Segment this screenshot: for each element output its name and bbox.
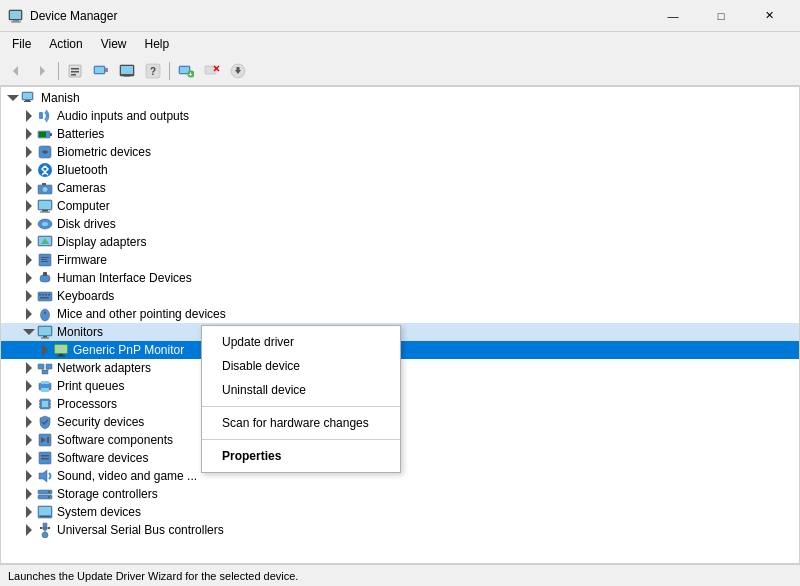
keyboard-icon — [37, 288, 53, 304]
expand-icon[interactable] — [21, 414, 37, 430]
svg-rect-127 — [40, 516, 50, 517]
expand-icon[interactable] — [37, 342, 53, 358]
svg-rect-101 — [42, 401, 48, 407]
expand-icon[interactable] — [21, 360, 37, 376]
tree-item-label: Manish — [41, 91, 80, 105]
expand-icon[interactable] — [21, 144, 37, 160]
minimize-button[interactable]: — — [650, 6, 696, 26]
tree-item-label: Network adapters — [57, 361, 151, 375]
tree-item-label: Software devices — [57, 451, 148, 465]
svg-point-55 — [42, 222, 48, 226]
tree-item[interactable]: Computer — [1, 197, 799, 215]
expand-icon[interactable] — [21, 252, 37, 268]
svg-rect-73 — [48, 294, 50, 296]
menu-action[interactable]: Action — [41, 35, 90, 53]
expand-icon[interactable] — [21, 522, 37, 538]
tree-item-label: Display adapters — [57, 235, 146, 249]
tree-item[interactable]: Batteries — [1, 125, 799, 143]
menu-file[interactable]: File — [4, 35, 39, 53]
svg-rect-126 — [39, 507, 51, 515]
svg-rect-37 — [50, 133, 52, 136]
tree-item[interactable]: Human Interface Devices — [1, 269, 799, 287]
camera-icon — [37, 180, 53, 196]
svg-marker-5 — [40, 66, 45, 76]
svg-marker-56 — [26, 236, 32, 248]
expand-icon[interactable] — [21, 432, 37, 448]
expand-icon[interactable] — [21, 216, 37, 232]
help-button[interactable]: ? — [141, 59, 165, 83]
close-button[interactable]: ✕ — [746, 6, 792, 26]
svg-rect-116 — [41, 458, 49, 460]
context-menu-item[interactable]: Disable device — [202, 354, 400, 378]
tree-item[interactable]: Firmware — [1, 251, 799, 269]
svg-rect-74 — [40, 297, 49, 299]
tree-item-label: Disk drives — [57, 217, 116, 231]
tree-item[interactable]: Universal Serial Bus controllers — [1, 521, 799, 539]
tree-item[interactable]: Mice and other pointing devices — [1, 305, 799, 323]
main-content: ManishAudio inputs and outputsBatteriesB… — [0, 86, 800, 564]
svg-marker-84 — [42, 344, 48, 356]
svg-rect-7 — [71, 68, 79, 70]
svg-rect-31 — [25, 100, 30, 101]
forward-button[interactable] — [30, 59, 54, 83]
svg-marker-53 — [26, 218, 32, 230]
tree-item[interactable]: Display adapters — [1, 233, 799, 251]
context-menu-item[interactable]: Scan for hardware changes — [202, 411, 400, 435]
tree-item[interactable]: Biometric devices — [1, 143, 799, 161]
tree-item[interactable]: Disk drives — [1, 215, 799, 233]
remove-device-button[interactable] — [200, 59, 224, 83]
svg-rect-8 — [71, 71, 79, 73]
context-menu-item[interactable]: Update driver — [202, 330, 400, 354]
menu-view[interactable]: View — [93, 35, 135, 53]
expand-icon[interactable] — [21, 108, 37, 124]
expand-icon[interactable] — [21, 126, 37, 142]
expand-icon[interactable] — [21, 306, 37, 322]
expand-icon[interactable] — [21, 288, 37, 304]
menu-bar: File Action View Help — [0, 32, 800, 56]
maximize-button[interactable]: □ — [698, 6, 744, 26]
svg-rect-81 — [39, 327, 51, 335]
expand-icon[interactable] — [21, 450, 37, 466]
svg-rect-47 — [42, 183, 46, 185]
context-menu-item[interactable]: Properties — [202, 444, 400, 468]
expand-icon[interactable] — [21, 180, 37, 196]
expand-icon[interactable] — [21, 162, 37, 178]
svg-marker-68 — [26, 290, 32, 302]
update-driver-toolbar-button[interactable] — [115, 59, 139, 83]
scan-hardware-button[interactable] — [89, 59, 113, 83]
tree-item[interactable]: Bluetooth — [1, 161, 799, 179]
tree-item[interactable]: Storage controllers — [1, 485, 799, 503]
expand-icon[interactable] — [21, 198, 37, 214]
svg-rect-64 — [41, 261, 48, 262]
download-button[interactable] — [226, 59, 250, 83]
svg-marker-48 — [26, 200, 32, 212]
expand-icon[interactable] — [21, 324, 37, 340]
properties-button[interactable] — [63, 59, 87, 83]
svg-rect-3 — [11, 21, 21, 22]
add-device-button[interactable]: + — [174, 59, 198, 83]
expand-icon[interactable] — [21, 504, 37, 520]
svg-rect-11 — [95, 67, 104, 73]
expand-icon[interactable] — [21, 468, 37, 484]
svg-point-123 — [48, 496, 50, 498]
context-menu-item[interactable]: Uninstall device — [202, 378, 400, 402]
expand-icon[interactable] — [21, 234, 37, 250]
tree-item[interactable]: Manish — [1, 89, 799, 107]
expand-icon[interactable] — [21, 486, 37, 502]
svg-rect-83 — [41, 338, 49, 339]
tree-item[interactable]: System devices — [1, 503, 799, 521]
expand-icon[interactable] — [5, 90, 21, 106]
menu-help[interactable]: Help — [137, 35, 178, 53]
svg-marker-75 — [26, 308, 32, 320]
tree-item[interactable]: Audio inputs and outputs — [1, 107, 799, 125]
expand-icon[interactable] — [21, 378, 37, 394]
svg-point-130 — [42, 532, 48, 538]
tree-item[interactable]: Keyboards — [1, 287, 799, 305]
back-button[interactable] — [4, 59, 28, 83]
tree-item-label: Keyboards — [57, 289, 114, 303]
processor-icon — [37, 396, 53, 412]
expand-icon[interactable] — [21, 270, 37, 286]
expand-icon[interactable] — [21, 396, 37, 412]
svg-point-41 — [44, 151, 47, 154]
tree-item[interactable]: Cameras — [1, 179, 799, 197]
